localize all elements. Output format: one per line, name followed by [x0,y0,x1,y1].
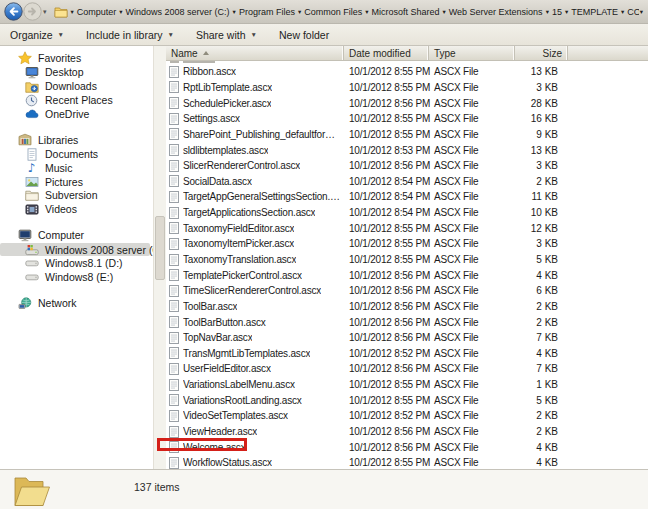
breadcrumb-item[interactable]: CONTROLTEMPLATES [625,6,638,18]
sort-ascending-icon [203,51,209,55]
table-row[interactable]: TaxonomyFieldEditor.ascx 10/1/2012 8:55 … [166,220,648,236]
file-type: ASCX File [429,317,515,328]
videos-icon [24,202,39,216]
breadcrumb-separator-icon[interactable]: ▾ [621,8,624,16]
table-row[interactable]: TargetApplicationsSection.ascx 10/1/2012… [166,205,648,221]
sidebar-item-downloads[interactable]: Downloads [0,79,153,93]
breadcrumb-item[interactable]: Windows 2008 server (C:) [124,6,232,18]
table-row[interactable]: SlicerRendererControl.ascx 10/1/2012 8:5… [166,158,648,174]
table-row[interactable]: TransMgmtLibTemplates.ascx 10/1/2012 8:5… [166,346,648,362]
file-type: ASCX File [429,254,515,265]
scrollbar-thumb[interactable] [155,216,165,280]
partial-file-name [183,61,215,63]
table-row[interactable]: Settings.ascx 10/1/2012 8:55 PM ASCX Fil… [166,111,648,127]
breadcrumb-separator-icon[interactable]: ▾ [442,8,445,16]
sidebar-item-windows8-e[interactable]: Windows8 (E:) [0,270,153,284]
file-size: 7 KB [515,332,568,343]
sidebar-item-windows-2008-server-c[interactable]: Windows 2008 server (C:) [0,243,150,257]
sidebar-item-libraries[interactable]: Libraries [0,133,153,148]
back-button[interactable] [4,2,23,21]
sidebar-item-network[interactable]: Network [0,296,153,311]
sidebar-item-desktop[interactable]: Desktop [0,66,153,80]
file-type: ASCX File [429,66,515,77]
pictures-icon [24,175,39,189]
share-with-button[interactable]: Share with ▼ [196,29,257,41]
history-dropdown-icon[interactable]: ▾ [43,8,47,16]
sidebar-item-recent-places[interactable]: Recent Places [0,93,153,107]
include-in-library-button[interactable]: Include in library ▼ [86,29,174,41]
file-type: ASCX File [429,301,515,312]
column-header-size[interactable]: Size [515,46,568,60]
table-row[interactable]: TargetAppGeneralSettingsSection.ascx 10/… [166,189,648,205]
table-row[interactable]: RptLibTemplate.ascx 10/1/2012 8:55 PM AS… [166,80,648,96]
table-row[interactable]: sldlibtemplates.ascx 10/1/2012 8:53 PM A… [166,142,648,158]
sidebar-item-music[interactable]: ♪ Music [0,161,153,175]
file-size: 5 KB [515,395,568,406]
table-row[interactable]: TaxonomyTranslation.ascx 10/1/2012 8:55 … [166,252,648,268]
file-size: 4 KB [515,348,568,359]
file-size: 2 KB [515,426,568,437]
star-icon [17,51,32,65]
column-header-date-modified[interactable]: Date modified [344,46,429,60]
breadcrumb-item[interactable]: TEMPLATE [569,6,620,18]
breadcrumb-item[interactable]: Computer [75,6,119,18]
breadcrumb-item[interactable]: Program Files [237,6,297,18]
file-name: sldlibtemplates.ascx [183,145,268,156]
table-row[interactable]: TemplatePickerControl.ascx 10/1/2012 8:5… [166,267,648,283]
sidebar-item-computer[interactable]: Computer [0,228,153,243]
new-folder-button[interactable]: New folder [279,29,329,41]
file-date-modified: 10/1/2012 8:54 PM [344,191,429,202]
table-row[interactable]: UserFieldEditor.ascx 10/1/2012 8:56 PM A… [166,361,648,377]
breadcrumb-separator-icon[interactable]: ▾ [546,8,549,16]
highlight-annotation-welcome-ascx [157,438,247,451]
column-header-name[interactable]: Name [166,46,344,60]
table-row[interactable]: Ribbon.ascx 10/1/2012 8:55 PM ASCX File … [166,64,648,80]
table-row[interactable]: ToolBarButton.ascx 10/1/2012 8:56 PM ASC… [166,314,648,330]
breadcrumb-separator-icon[interactable]: ▾ [71,8,74,16]
navigation-pane-scrollbar[interactable] [153,46,166,469]
file-size: 28 KB [515,98,568,109]
breadcrumb-separator-icon[interactable]: ▾ [298,8,301,16]
file-date-modified: 10/1/2012 8:55 PM [344,223,429,234]
column-header-type[interactable]: Type [429,46,515,60]
sidebar-item-videos[interactable]: Videos [0,202,153,216]
breadcrumb-separator-icon[interactable]: ▾ [365,8,368,16]
table-row[interactable]: TaxonomyItemPicker.ascx 10/1/2012 8:55 P… [166,236,648,252]
table-row[interactable]: VariationsLabelMenu.ascx 10/1/2012 8:55 … [166,377,648,393]
breadcrumb-trailing-separator-icon[interactable]: ▾ [640,8,643,16]
file-type: ASCX File [429,98,515,109]
breadcrumb-item[interactable]: Web Server Extensions [447,6,545,18]
table-row[interactable]: SocialData.ascx 10/1/2012 8:54 PM ASCX F… [166,173,648,189]
breadcrumb-separator-icon[interactable]: ▾ [233,8,236,16]
file-size: 13 KB [515,66,568,77]
breadcrumb-item[interactable]: 15 [550,6,564,18]
file-type: ASCX File [429,145,515,156]
ascx-file-icon [169,97,179,109]
sidebar-item-documents[interactable]: Documents [0,147,153,161]
table-row[interactable]: SharePoint_Publishing_defaultformtemplat… [166,127,648,143]
breadcrumb-separator-icon[interactable]: ▾ [119,8,122,16]
organize-button[interactable]: Organize ▼ [10,29,64,41]
table-row[interactable]: VideoSetTemplates.ascx 10/1/2012 8:52 PM… [166,408,648,424]
file-type: ASCX File [429,160,515,171]
sidebar-item-windows81-d[interactable]: Windows8.1 (D:) [0,256,153,270]
file-date-modified: 10/1/2012 8:56 PM [344,363,429,374]
table-row[interactable]: SchedulePicker.ascx 10/1/2012 8:56 PM AS… [166,95,648,111]
file-size: 2 KB [515,301,568,312]
file-size: 5 KB [515,254,568,265]
sidebar-item-favorites[interactable]: Favorites [0,51,153,66]
table-row[interactable]: VariationsRootLanding.ascx 10/1/2012 8:5… [166,392,648,408]
table-row[interactable]: TopNavBar.ascx 10/1/2012 8:56 PM ASCX Fi… [166,330,648,346]
breadcrumb-item[interactable]: Common Files [302,6,364,18]
file-name: UserFieldEditor.ascx [183,363,271,374]
breadcrumb-separator-icon[interactable]: ▾ [565,8,568,16]
table-row[interactable]: ToolBar.ascx 10/1/2012 8:56 PM ASCX File… [166,299,648,315]
breadcrumb-item[interactable]: Microsoft Shared [369,6,441,18]
sidebar-item-onedrive[interactable]: OneDrive [0,107,153,121]
ascx-file-icon [169,269,179,281]
sidebar-item-subversion[interactable]: Subversion [0,189,153,203]
table-row[interactable]: TimeSlicerRendererControl.ascx 10/1/2012… [166,283,648,299]
partial-file-row[interactable] [166,61,648,64]
sidebar-item-pictures[interactable]: Pictures [0,175,153,189]
forward-button[interactable] [23,2,42,21]
